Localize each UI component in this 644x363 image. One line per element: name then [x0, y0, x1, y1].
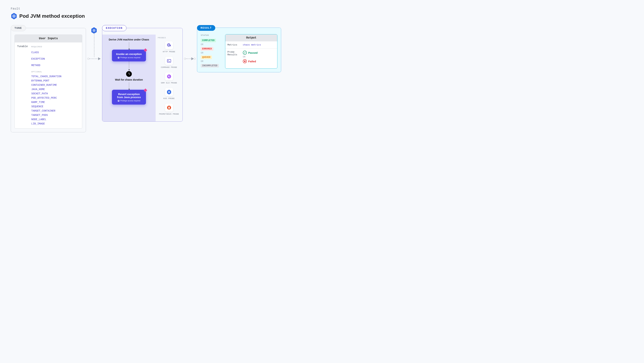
fault-label: Fault [11, 7, 633, 10]
result-column: RESULT STATUS COMPLETED OR ERRORED OR QU… [197, 25, 281, 72]
command-probe: COMMAND PROBE [158, 57, 180, 68]
result-box: STATUS COMPLETED OR ERRORED OR QUEUED OR… [197, 28, 281, 72]
invoke-exception-title: Invoke an exception [116, 52, 142, 56]
probe-label: K8S PROBE [163, 98, 174, 100]
privilege-icon: ✦ [118, 57, 120, 58]
connector-tune-execution [86, 57, 102, 60]
tunable-label: Tunable [17, 45, 28, 126]
prometheus-icon [165, 104, 173, 112]
probes-header: PROBES [158, 37, 180, 39]
svg-rect-36 [168, 109, 170, 109]
chaos-marker-icon [144, 48, 147, 52]
x-circle-icon [243, 59, 247, 63]
param-container-runtime[interactable]: CONTAINER_RUNTIME [31, 83, 80, 87]
probe-label: COMMAND PROBE [161, 66, 177, 68]
globe-icon [165, 41, 173, 49]
tune-section-label: TUNE [11, 25, 26, 31]
param-lib-image[interactable]: LIB_IMAGE [31, 122, 80, 126]
tune-box: User Inputs Tunable REQUIRED CLASS EXCEP… [11, 28, 86, 132]
revert-exception-card: Revert exception from Java process ✦Priv… [112, 90, 146, 104]
privilege-icon: ✦ [118, 100, 120, 102]
status-completed: COMPLETED [201, 39, 216, 42]
wait-chaos-text: Wait for chaos duration [115, 78, 143, 81]
status-errored: ERRORED [201, 47, 213, 51]
prometheus-probe: PROMETHEUS PROBE [158, 104, 180, 115]
probe-results-label: Probe Results [228, 51, 240, 63]
param-node-label[interactable]: NODE_LABEL [31, 117, 80, 122]
http-probe: HTTP PROBE [158, 41, 180, 53]
privilege-text: Privilege access required [120, 100, 140, 102]
terminal-icon [165, 57, 173, 65]
param-byteman-port[interactable]: BYTEMAN_PORT [31, 78, 80, 83]
revert-exception-title: Revert exception from Java process [116, 92, 142, 99]
status-failed: Failed [243, 59, 258, 63]
probe-label: HTTP PROBE [163, 51, 175, 53]
or-text: OR [201, 52, 222, 54]
step-derive-jvm: Derive JVM machine under Chaos [109, 38, 149, 41]
user-inputs-header: User Inputs [15, 35, 82, 42]
passed-text: Passed [248, 51, 258, 54]
kubernetes-icon [11, 12, 17, 20]
param-target-pods[interactable]: TARGET_PODS [31, 113, 80, 117]
status-passed: ✓ Passed [243, 51, 258, 54]
param-total-chaos-duration[interactable]: TOTAL_CHAOS_DURATION [31, 74, 80, 78]
required-label: REQUIRED [31, 46, 80, 48]
diagram: TUNE User Inputs Tunable REQUIRED CLASS … [11, 25, 633, 132]
param-sequence[interactable]: SEQUENCE [31, 104, 80, 109]
metrics-value[interactable]: chaos metrics [243, 44, 261, 46]
failed-text: Failed [248, 60, 256, 63]
execution-column: EXECUTION Derive JVM machine under Chaos… [102, 25, 183, 122]
page-title: Pod JVM method exception [19, 13, 85, 19]
output-box: Output Metrics chaos metrics Probe Resul… [225, 34, 278, 68]
execution-box: Derive JVM machine under Chaos Invoke an… [102, 28, 183, 122]
status-header: STATUS [201, 34, 222, 36]
clock-icon [126, 71, 132, 77]
probe-label: SRM SLO PROBE [161, 82, 177, 84]
param-exception[interactable]: EXCEPTION [31, 56, 80, 62]
param-socket-path[interactable]: SOCKET_PATH [31, 92, 80, 96]
param-java-home[interactable]: JAVA_HOME [31, 87, 80, 92]
execution-section-label: EXECUTION [102, 25, 126, 31]
or-text: OR [201, 60, 222, 63]
k8s-probe: K8S PROBE [158, 88, 180, 100]
svg-rect-22 [167, 60, 171, 62]
param-class[interactable]: CLASS [31, 49, 80, 56]
srm-slo-probe: SRM SLO PROBE [158, 72, 180, 84]
status-queued: QUEUED [201, 56, 212, 59]
status-incompleted: INCOMPLETED [201, 64, 219, 68]
or-text: OR [201, 43, 222, 46]
connector-execution-result [183, 57, 197, 60]
metrics-label: Metrics [228, 44, 240, 46]
gauge-icon [165, 72, 173, 80]
check-circle-icon: ✓ [243, 51, 247, 54]
header: Fault Pod JVM method exception [11, 7, 633, 20]
invoke-exception-card: Invoke an exception ✦Privilege access re… [112, 50, 146, 62]
arrow-right-icon [98, 57, 101, 60]
probe-label: PROMETHEUS PROBE [159, 113, 179, 115]
tune-column: TUNE User Inputs Tunable REQUIRED CLASS … [11, 25, 86, 132]
param-method[interactable]: METHOD [31, 62, 80, 68]
privilege-text: Privilege access required [120, 56, 140, 58]
kubernetes-icon [165, 88, 173, 96]
output-header: Output [225, 34, 277, 41]
chaos-marker-icon [144, 89, 147, 92]
param-target-container[interactable]: TARGET_CONTAINER [31, 109, 80, 113]
param-pod-affected-perc[interactable]: POD_AFFECTED_PERC [31, 96, 80, 100]
param-ramp-time[interactable]: RAMP_TIME [31, 100, 80, 104]
or-text: OR [243, 56, 258, 58]
result-section-label: RESULT [197, 25, 215, 31]
arrow-right-icon [191, 57, 194, 60]
optional-label: OPTIONAL [31, 71, 80, 73]
